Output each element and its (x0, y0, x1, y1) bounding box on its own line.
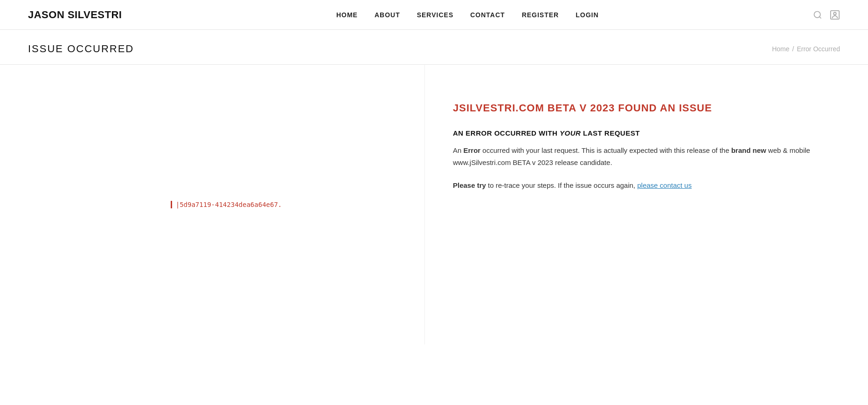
error-subheading-suffix: LAST REQUEST (581, 129, 640, 137)
search-icon (813, 10, 822, 20)
breadcrumb-home[interactable]: Home (772, 45, 789, 53)
error-body-mid: occurred with your last request. This is… (480, 146, 731, 154)
user-icon (830, 10, 840, 20)
error-code: |5d9a7119-414234dea6a64e67. (171, 201, 282, 208)
nav-services[interactable]: SERVICES (417, 11, 454, 19)
breadcrumb-current: Error Occurred (797, 45, 840, 53)
error-subheading-prefix: AN ERROR OCCURRED WITH (453, 129, 560, 137)
breadcrumb-separator: / (792, 45, 794, 53)
svg-line-1 (819, 16, 821, 18)
error-body-bold1: Error (464, 146, 481, 154)
error-body-bold2: brand new (731, 146, 766, 154)
nav-contact[interactable]: CONTACT (470, 11, 505, 19)
site-logo: JASON SILVESTRI (28, 9, 122, 21)
error-body-text: An Error occurred with your last request… (453, 144, 812, 168)
please-try-bold: Please try (453, 181, 486, 189)
try-mid-text: to re-trace your steps. If the issue occ… (486, 181, 637, 189)
user-button[interactable] (830, 10, 840, 20)
nav-icon-group (813, 10, 840, 20)
error-main-heading: JSILVESTRI.COM BETA V 2023 FOUND AN ISSU… (453, 102, 812, 114)
nav-home[interactable]: HOME (336, 11, 358, 19)
svg-point-3 (833, 12, 836, 15)
breadcrumb: Home / Error Occurred (772, 45, 840, 53)
left-panel: |5d9a7119-414234dea6a64e67. (28, 65, 425, 344)
nav-login[interactable]: LOGIN (576, 11, 598, 19)
page-header-section: ISSUE OCCURRED Home / Error Occurred (0, 30, 868, 65)
error-subheading: AN ERROR OCCURRED WITH YOUR LAST REQUEST (453, 129, 812, 137)
svg-point-0 (814, 11, 820, 17)
contact-link[interactable]: please contact us (637, 181, 692, 189)
nav-register[interactable]: REGISTER (522, 11, 559, 19)
main-content: |5d9a7119-414234dea6a64e67. JSILVESTRI.C… (0, 65, 868, 344)
search-button[interactable] (813, 10, 822, 20)
site-header: JASON SILVESTRI HOME ABOUT SERVICES CONT… (0, 0, 868, 30)
nav-about[interactable]: ABOUT (375, 11, 400, 19)
right-panel: JSILVESTRI.COM BETA V 2023 FOUND AN ISSU… (425, 65, 840, 344)
error-try-text: Please try to re-trace your steps. If th… (453, 179, 812, 192)
page-title: ISSUE OCCURRED (28, 43, 134, 55)
error-subheading-italic: YOUR (560, 129, 581, 137)
main-nav: HOME ABOUT SERVICES CONTACT REGISTER LOG… (336, 11, 599, 19)
error-body-prefix: An (453, 146, 464, 154)
